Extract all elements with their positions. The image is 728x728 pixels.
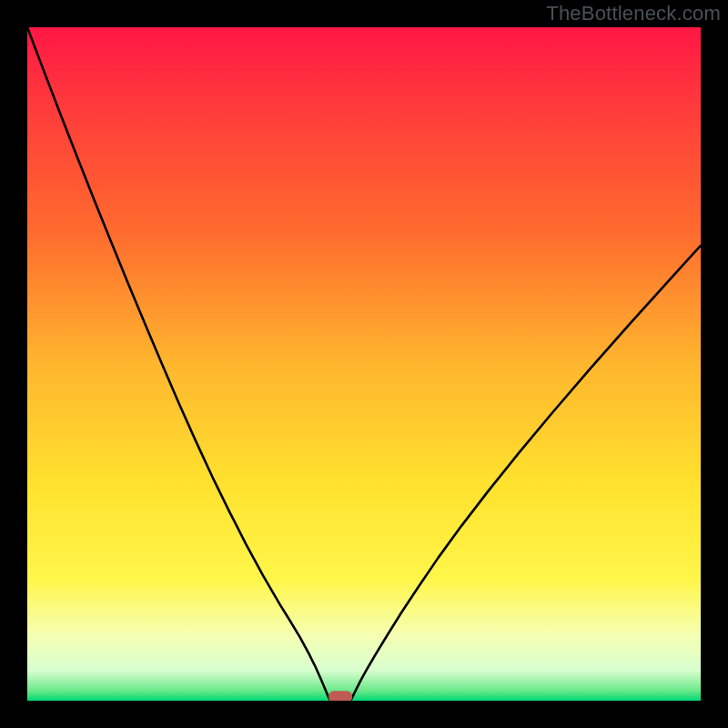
plot-area	[27, 27, 701, 701]
chart-frame: TheBottleneck.com	[0, 0, 728, 728]
attribution-label: TheBottleneck.com	[546, 2, 721, 25]
bottleneck-curve-chart	[27, 27, 701, 701]
optimum-marker	[329, 691, 352, 701]
gradient-background	[27, 27, 701, 701]
